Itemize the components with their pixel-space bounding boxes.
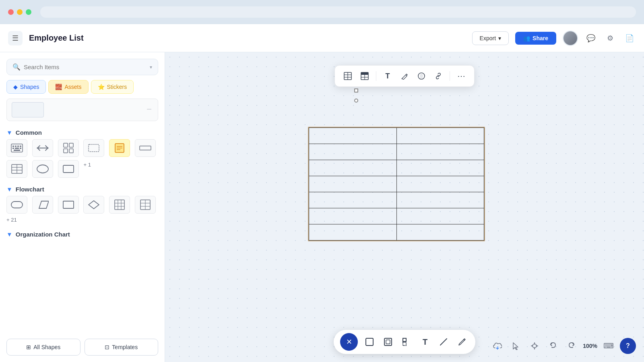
table-cell[interactable] xyxy=(396,144,484,160)
category-common-arrow: ▼ xyxy=(6,129,12,136)
tb-table2-button[interactable] xyxy=(357,69,372,83)
document-title[interactable]: Employee List xyxy=(29,33,466,43)
templates-button[interactable]: ⊡ Templates xyxy=(85,339,159,356)
redo-icon[interactable] xyxy=(564,339,579,353)
shape-rect-flowchart[interactable] xyxy=(58,196,79,214)
comment-icon[interactable]: 💬 xyxy=(584,32,597,45)
table-cell[interactable] xyxy=(309,128,397,144)
help-button[interactable]: ? xyxy=(620,338,636,354)
table-cell[interactable] xyxy=(396,192,484,208)
share-button[interactable]: 👥 Share xyxy=(515,32,556,45)
tb-more-button[interactable]: ⋯ xyxy=(454,69,469,83)
shape-grid2-flowchart[interactable] xyxy=(135,196,156,214)
frame-tool[interactable] xyxy=(381,335,395,349)
shape-parallelogram[interactable] xyxy=(32,196,53,214)
export-label: Export xyxy=(480,35,496,41)
shape-grid-flowchart[interactable] xyxy=(109,196,130,214)
search-input[interactable] xyxy=(24,64,147,70)
handle-bottom-mid[interactable] xyxy=(354,99,358,103)
diamond-frame-tool[interactable] xyxy=(400,335,413,349)
hand-tool-icon[interactable] xyxy=(527,339,542,353)
shape-note-yellow[interactable] xyxy=(109,139,130,157)
pen-tool[interactable] xyxy=(455,335,469,349)
table-cell[interactable] xyxy=(309,176,397,192)
svg-rect-48 xyxy=(384,338,392,346)
svg-rect-25 xyxy=(11,202,23,208)
export-button[interactable]: Export ▾ xyxy=(472,31,509,45)
category-common-header[interactable]: ▼ Common xyxy=(6,128,158,138)
preview-label: — xyxy=(147,106,151,111)
close-tool-button[interactable]: ✕ xyxy=(340,333,358,351)
assets-tab-icon: 🧱 xyxy=(55,84,62,90)
common-shapes-row2: + 1 xyxy=(6,158,158,179)
handle-bottom-right[interactable] xyxy=(354,88,358,93)
table-content xyxy=(309,128,484,241)
shape-table[interactable] xyxy=(6,160,27,178)
svg-rect-5 xyxy=(12,148,14,149)
table-cell[interactable] xyxy=(309,160,397,176)
svg-rect-10 xyxy=(69,143,73,147)
table-cell[interactable] xyxy=(396,224,484,241)
table-cell[interactable] xyxy=(396,176,484,192)
table-cell[interactable] xyxy=(309,224,397,241)
shape-grid-small[interactable] xyxy=(58,139,79,157)
table-cell[interactable] xyxy=(309,144,397,160)
rect-tool[interactable] xyxy=(363,335,376,349)
table-cell[interactable] xyxy=(396,208,484,224)
shape-rectangle[interactable] xyxy=(58,160,79,178)
minimize-traffic-light[interactable] xyxy=(17,9,23,15)
tb-table1-button[interactable] xyxy=(341,69,355,83)
table-cell[interactable] xyxy=(396,160,484,176)
search-bar[interactable]: 🔍 ▾ xyxy=(6,59,158,75)
stickers-tab-icon: ⭐ xyxy=(98,84,105,90)
category-org-chart-header[interactable]: ▼ Organization Chart xyxy=(6,229,158,239)
maximize-traffic-light[interactable] xyxy=(26,9,31,15)
common-more-button[interactable]: + 1 xyxy=(83,160,107,178)
canvas-area[interactable]: T ⋯ xyxy=(165,52,644,362)
hamburger-icon: ☰ xyxy=(12,34,19,43)
tab-stickers[interactable]: ⭐ Stickers xyxy=(91,80,134,94)
document-icon[interactable]: 📄 xyxy=(623,32,636,45)
category-flowchart: ▼ Flowchart xyxy=(6,184,158,224)
table-cell[interactable] xyxy=(396,128,484,144)
shape-rect-flat[interactable] xyxy=(135,139,156,157)
line-tool[interactable] xyxy=(437,335,450,349)
tb-link-button[interactable] xyxy=(431,69,446,83)
shape-diamond[interactable] xyxy=(83,196,104,214)
table-row xyxy=(309,176,484,192)
svg-rect-18 xyxy=(140,146,151,150)
svg-rect-43 xyxy=(361,72,368,75)
canvas-table[interactable] xyxy=(308,127,485,241)
shape-keyboard[interactable] xyxy=(6,139,27,157)
text-tool[interactable]: T xyxy=(418,335,432,349)
svg-rect-3 xyxy=(17,146,19,147)
cursor-mode-icon[interactable] xyxy=(509,339,523,353)
flowchart-more-button[interactable]: + 21 xyxy=(6,215,158,224)
shape-ellipse[interactable] xyxy=(32,160,53,178)
table-cell[interactable] xyxy=(309,192,397,208)
category-flowchart-header[interactable]: ▼ Flowchart xyxy=(6,184,158,194)
table-cell[interactable] xyxy=(309,208,397,224)
tb-pen-button[interactable] xyxy=(397,69,412,83)
all-shapes-button[interactable]: ⊞ All Shapes xyxy=(6,339,80,356)
stickers-tab-label: Stickers xyxy=(107,84,127,90)
undo-icon[interactable] xyxy=(546,339,560,353)
cloud-sync-icon[interactable] xyxy=(490,339,505,353)
common-shapes-row1 xyxy=(6,138,158,158)
close-traffic-light[interactable] xyxy=(8,9,14,15)
keyboard-shortcut-icon[interactable]: ⌨ xyxy=(601,339,616,353)
category-common-label: Common xyxy=(16,129,42,136)
settings-icon[interactable]: ⚙ xyxy=(604,32,617,45)
avatar[interactable] xyxy=(563,31,578,46)
shape-rect-outline[interactable] xyxy=(83,139,104,157)
tab-assets[interactable]: 🧱 Assets xyxy=(48,80,88,94)
svg-line-50 xyxy=(440,339,447,345)
shape-arrow-lr[interactable] xyxy=(32,139,53,157)
tb-color-button[interactable] xyxy=(414,69,429,83)
shape-stadium[interactable] xyxy=(6,196,27,214)
search-dropdown-icon[interactable]: ▾ xyxy=(150,64,152,70)
templates-icon: ⊡ xyxy=(105,344,109,350)
tb-text-button[interactable]: T xyxy=(380,69,395,83)
tab-shapes[interactable]: ◆ Shapes xyxy=(6,80,46,94)
menu-button[interactable]: ☰ xyxy=(8,31,23,45)
